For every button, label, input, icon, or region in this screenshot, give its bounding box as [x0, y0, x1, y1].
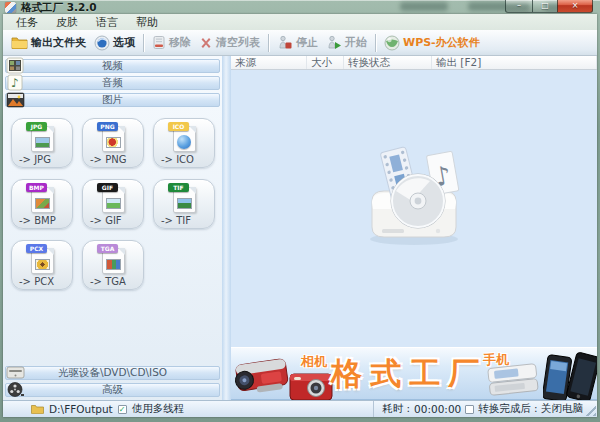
toolbar-separator: [375, 34, 376, 52]
tif-file-icon: TIF: [168, 183, 200, 215]
wps-button[interactable]: WPS-办公软件: [380, 33, 484, 53]
app-icon: [5, 2, 16, 13]
photo-icon: [6, 91, 25, 108]
ico-file-icon: ICO: [168, 122, 200, 154]
output-folder-button[interactable]: 输出文件夹: [7, 33, 90, 52]
multithread-label[interactable]: 使用多线程: [132, 402, 185, 416]
format-button-pcx[interactable]: PCX -> PCX: [11, 240, 73, 290]
resize-grip[interactable]: [585, 405, 596, 416]
camcorder-image: [231, 352, 293, 400]
format-button-bmp[interactable]: BMP -> BMP: [11, 179, 73, 229]
remove-label: 移除: [169, 35, 191, 50]
music-note-icon: ♪: [6, 74, 25, 91]
maximize-button[interactable]: □: [532, 0, 557, 13]
svg-text:♪: ♪: [11, 76, 19, 90]
column-status[interactable]: 转换状态: [344, 56, 432, 69]
start-icon: [326, 35, 342, 50]
tga-file-icon: TGA: [97, 244, 129, 276]
start-label: 开始: [345, 35, 367, 50]
stop-button[interactable]: 停止: [273, 33, 322, 52]
format-label: -> ICO: [154, 154, 194, 165]
toolbar-separator: [268, 34, 269, 52]
minimize-button[interactable]: –: [505, 0, 532, 13]
pcx-file-icon: PCX: [26, 244, 58, 276]
window-controls: – □ ×: [505, 0, 593, 13]
camera-image: [288, 368, 334, 400]
panel-splitter[interactable]: [222, 56, 231, 400]
options-gear-icon: [94, 35, 110, 51]
sidebar-section-audio[interactable]: ♪ 音频: [5, 76, 220, 90]
menu-bar: 任务 皮肤 语言 帮助: [3, 14, 597, 30]
start-button[interactable]: 开始: [322, 33, 371, 52]
format-button-tif[interactable]: TIF -> TIF: [153, 179, 215, 229]
column-source[interactable]: 来源: [231, 56, 307, 69]
cd-drive-icon: [6, 364, 25, 381]
output-path[interactable]: D:\FFOutput: [49, 403, 113, 415]
stop-label: 停止: [296, 35, 318, 50]
titlebar-watermark: [400, 2, 448, 11]
stop-icon: [277, 35, 293, 50]
column-output[interactable]: 输出 [F2]: [432, 56, 597, 69]
task-list-area[interactable]: ♪: [231, 70, 597, 347]
film-reel-icon: [6, 381, 25, 398]
format-label: -> PCX: [12, 276, 54, 287]
task-table-header: 来源 大小 转换状态 输出 [F2]: [231, 56, 597, 70]
sidebar-section-advanced-bar[interactable]: 高级: [5, 383, 220, 397]
sidebar-section-video[interactable]: 视频: [5, 59, 220, 73]
sidebar-section-rom-device[interactable]: 光驱设备\DVD\CD\ISO: [5, 366, 220, 380]
wps-label: WPS-办公软件: [403, 35, 480, 50]
shutdown-checkbox[interactable]: [465, 405, 474, 414]
shutdown-label[interactable]: 转换完成后 : 关闭电脑: [478, 402, 583, 416]
remove-icon: [152, 35, 166, 50]
sidebar: 视频 ♪ 音频 图片: [3, 56, 222, 400]
multithread-checkbox[interactable]: ✓: [118, 405, 127, 414]
film-icon: [6, 57, 25, 74]
output-path-folder-icon: [31, 404, 44, 414]
main-panel: 来源 大小 转换状态 输出 [F2]: [231, 56, 597, 400]
content: 视频 ♪ 音频 图片: [3, 56, 597, 400]
menu-task[interactable]: 任务: [7, 14, 47, 31]
format-factory-logo: ♪: [352, 143, 476, 251]
sidebar-section-rom-bar[interactable]: 光驱设备\DVD\CD\ISO: [5, 366, 220, 380]
format-label: -> TGA: [83, 276, 126, 287]
wps-globe-icon: [384, 35, 400, 51]
bmp-file-icon: BMP: [26, 183, 58, 215]
format-label: -> GIF: [83, 215, 122, 226]
jpg-file-icon: JPG: [26, 122, 58, 154]
sidebar-section-picture-bar[interactable]: 图片: [5, 93, 220, 107]
client-area: 任务 皮肤 语言 帮助 输出文件夹 选项: [3, 14, 597, 417]
menu-skin[interactable]: 皮肤: [47, 14, 87, 31]
gif-file-icon: GIF: [97, 183, 129, 215]
format-button-jpg[interactable]: JPG -> JPG: [11, 118, 73, 168]
format-button-png[interactable]: PNG -> PNG: [82, 118, 144, 168]
menu-language[interactable]: 语言: [87, 14, 127, 31]
options-button[interactable]: 选项: [90, 33, 139, 53]
format-button-tga[interactable]: TGA -> TGA: [82, 240, 144, 290]
elapsed-value: 00:00:00: [414, 403, 461, 415]
clear-list-button[interactable]: 清空列表: [195, 33, 264, 52]
format-grid: JPG -> JPG PNG -> PNG: [3, 109, 222, 290]
sidebar-section-audio-bar[interactable]: 音频: [5, 76, 220, 90]
format-label: -> PNG: [83, 154, 126, 165]
format-button-ico[interactable]: ICO -> ICO: [153, 118, 215, 168]
sidebar-section-advanced[interactable]: 高级: [5, 383, 220, 397]
elapsed-label: 耗时 :: [382, 402, 410, 416]
menu-help[interactable]: 帮助: [127, 14, 167, 31]
toolbar: 输出文件夹 选项 移除: [3, 30, 597, 56]
statusbar-left: D:\FFOutput ✓ 使用多线程: [3, 402, 184, 416]
promo-banner: 相机 格式工厂 手机: [231, 347, 597, 400]
format-label: -> JPG: [12, 154, 51, 165]
format-button-gif[interactable]: GIF -> GIF: [82, 179, 144, 229]
format-label: -> TIF: [154, 215, 191, 226]
format-label: -> BMP: [12, 215, 56, 226]
sidebar-section-picture[interactable]: 图片: [5, 93, 220, 107]
app-window: 格式工厂 3.2.0 – □ × 任务 皮肤 语言 帮助 输出文件夹: [0, 0, 600, 422]
titlebar[interactable]: 格式工厂 3.2.0 – □ ×: [0, 0, 600, 14]
brand-text: 格式工厂: [331, 353, 487, 395]
column-size[interactable]: 大小: [307, 56, 344, 69]
remove-button[interactable]: 移除: [148, 33, 195, 52]
sidebar-section-video-bar[interactable]: 视频: [5, 59, 220, 73]
close-button[interactable]: ×: [557, 0, 593, 13]
statusbar-right: 耗时 : 00:00:00 转换完成后 : 关闭电脑: [373, 401, 583, 417]
output-folder-label: 输出文件夹: [31, 35, 86, 50]
